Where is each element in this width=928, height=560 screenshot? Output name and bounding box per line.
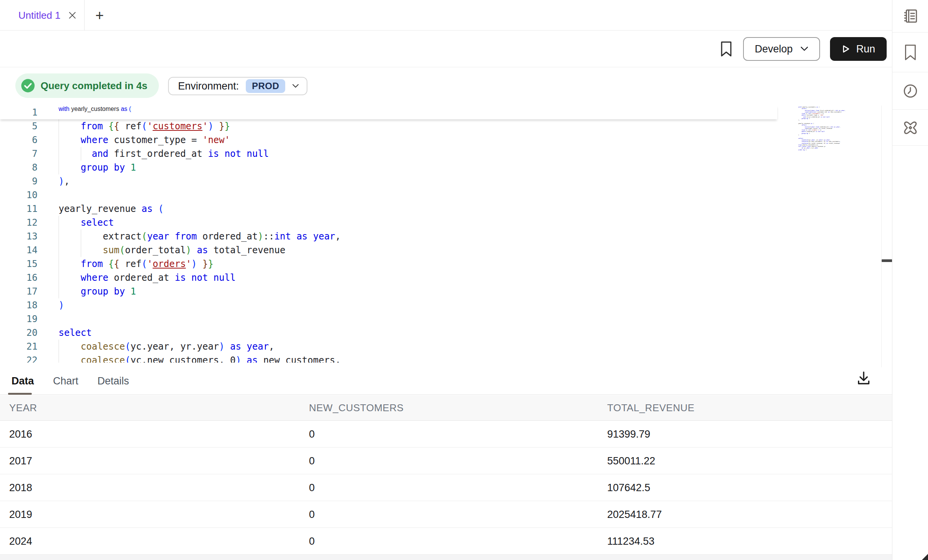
column-header-total-revenue: TOTAL_REVENUE (607, 395, 694, 421)
line-number: 22 (0, 353, 38, 363)
bookmark-icon (719, 41, 733, 57)
resize-grip[interactable] (922, 554, 928, 560)
develop-label: Develop (755, 43, 792, 55)
sticky-scroll-line[interactable]: 1 with yearly_customers as ( (0, 106, 777, 119)
code-line[interactable]: 12 select (0, 216, 881, 230)
code-line[interactable]: 19 (0, 312, 881, 326)
status-row: Query completed in 4s Environment: PROD (15, 73, 307, 98)
code-line[interactable]: 8 group by 1 (0, 161, 881, 174)
line-number: 20 (0, 326, 38, 340)
table-row: 20240111234.53 (0, 528, 892, 555)
sidebar-history-button[interactable] (892, 72, 928, 109)
app-window: Untitled 1 + Develop (0, 0, 928, 560)
notebook-icon (902, 8, 918, 24)
develop-dropdown-button[interactable]: Develop (743, 37, 820, 61)
line-number: 1 (0, 106, 38, 119)
line-number: 8 (0, 161, 38, 174)
check-circle-icon (21, 78, 35, 93)
download-icon (856, 370, 871, 386)
code-line[interactable]: 6 where customer_type = 'new' (0, 133, 881, 147)
close-icon[interactable] (67, 10, 77, 20)
table-cell: 2025418.77 (607, 501, 662, 528)
code-line-text: where ordered_at is not null (59, 271, 235, 285)
environment-selector[interactable]: Environment: PROD (168, 77, 307, 95)
code-line-text: ), (59, 174, 70, 188)
tab-data[interactable]: Data (11, 375, 34, 387)
line-number: 10 (0, 188, 38, 202)
code-line-text: from {{ ref('customers') }} (59, 119, 230, 133)
code-line[interactable]: 18) (0, 298, 881, 312)
line-number: 7 (0, 147, 38, 161)
sidebar-bookmark-button[interactable] (892, 33, 928, 72)
line-number: 21 (0, 340, 38, 353)
code-line-text: from {{ ref('orders') }} (59, 257, 214, 271)
code-line-text: coalesce(yc.year, yr.year) as year, (59, 340, 274, 353)
line-number: 16 (0, 271, 38, 285)
editor-scrollbar-thumb[interactable] (882, 259, 892, 262)
sidebar-notebook-button[interactable] (892, 0, 928, 32)
code-line-text: sum(order_total) as total_revenue (59, 243, 285, 257)
code-line-text: coalesce(yc.new_customers, 0) as new_cus… (59, 353, 341, 363)
code-line-text: ) (59, 298, 64, 312)
code-line[interactable]: 16 where ordered_at is not null (0, 271, 881, 285)
code-line[interactable]: 20select (0, 326, 881, 340)
line-number: 6 (0, 133, 38, 147)
line-number: 11 (0, 202, 38, 216)
code-line[interactable]: 9), (0, 174, 881, 188)
table-row: 2016091399.79 (0, 421, 892, 448)
environment-label: Environment: (178, 80, 239, 92)
table-cell: 2019 (9, 501, 32, 528)
editor-border (881, 106, 882, 367)
sidebar-dbt-button[interactable] (892, 110, 928, 145)
bookmark-button[interactable] (719, 41, 733, 57)
tab-untitled-1[interactable]: Untitled 1 (0, 0, 87, 31)
table-cell: 0 (309, 528, 315, 555)
line-number: 18 (0, 298, 38, 312)
add-tab-button[interactable]: + (91, 7, 108, 24)
code-line[interactable]: 13 extract(year from ordered_at)::int as… (0, 230, 881, 243)
code-line[interactable]: 5 from {{ ref('customers') }} (0, 119, 881, 133)
code-line[interactable]: 14 sum(order_total) as total_revenue (0, 243, 881, 257)
code-line[interactable]: 7 and first_ordered_at is not null (0, 147, 881, 161)
line-number: 15 (0, 257, 38, 271)
tab-chart[interactable]: Chart (53, 375, 78, 387)
table-cell: 2017 (9, 448, 32, 474)
download-results-button[interactable] (854, 369, 873, 387)
tab-divider (84, 0, 85, 31)
table-row: 201902025418.77 (0, 501, 892, 528)
right-sidebar (892, 0, 928, 560)
line-number: 14 (0, 243, 38, 257)
column-header-year: YEAR (9, 395, 37, 421)
code-line[interactable]: 10 (0, 188, 881, 202)
code-line[interactable]: 21 coalesce(yc.year, yr.year) as year, (0, 340, 881, 353)
code-line-text: with yearly_customers as ( (59, 106, 131, 112)
chevron-down-icon (292, 84, 299, 88)
table-cell: 0 (309, 474, 315, 501)
bookmark-icon (903, 44, 918, 61)
code-line[interactable]: 17 group by 1 (0, 285, 881, 298)
run-label: Run (856, 43, 875, 55)
code-line-text: select (59, 216, 114, 230)
code-line-text: extract(year from ordered_at)::int as ye… (59, 230, 341, 243)
environment-value-badge: PROD (246, 79, 285, 93)
tab-details[interactable]: Details (98, 375, 129, 387)
code-line[interactable]: 11yearly_revenue as ( (0, 202, 881, 216)
run-button[interactable]: Run (830, 37, 887, 61)
minimap[interactable]: with yearly_customers as ( select extrac… (798, 106, 850, 154)
code-line-text: group by 1 (59, 161, 136, 174)
table-cell: 0 (309, 448, 315, 474)
line-number: 12 (0, 216, 38, 230)
table-cell: 107642.5 (607, 474, 650, 501)
code-line[interactable]: 22 coalesce(yc.new_customers, 0) as new_… (0, 353, 881, 363)
table-cell: 2016 (9, 421, 32, 448)
table-cell: 2018 (9, 474, 32, 501)
toolbar: Develop Run (0, 31, 892, 67)
table-cell: 0 (309, 421, 315, 448)
code-line[interactable]: 15 from {{ ref('orders') }} (0, 257, 881, 271)
line-number: 9 (0, 174, 38, 188)
table-partial-row (0, 555, 892, 560)
active-tab-underline (8, 393, 32, 395)
code-editor[interactable]: 5 from {{ ref('customers') }}6 where cus… (0, 106, 881, 363)
query-status-text: Query completed in 4s (41, 80, 147, 92)
minimap-code: with yearly_customers as ( select extrac… (798, 106, 850, 151)
